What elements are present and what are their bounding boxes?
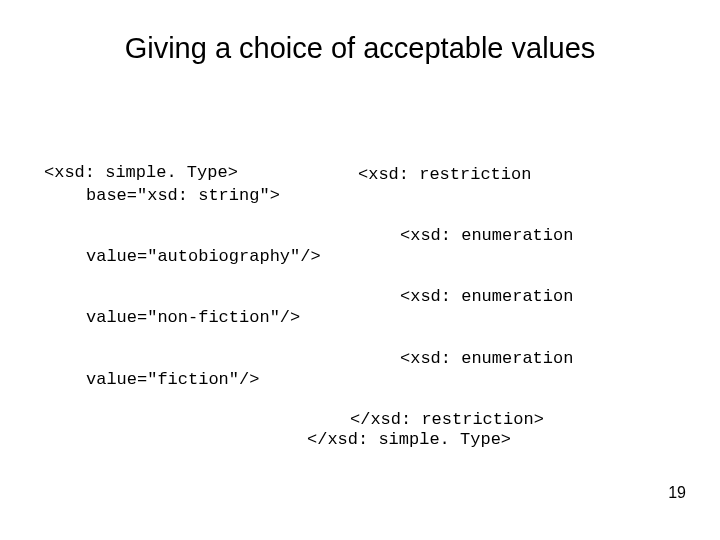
code-line: <xsd: enumeration [400, 287, 573, 306]
page-number: 19 [668, 484, 686, 502]
code-line: <xsd: restriction [358, 165, 531, 184]
code-line: <xsd: simple. Type> [44, 163, 238, 183]
code-line: </xsd: restriction> [350, 410, 544, 429]
code-line: value="non-fiction"/> [86, 308, 300, 327]
code-line: value="autobiography"/> [86, 247, 321, 266]
code-line: <xsd: enumeration [400, 349, 573, 368]
slide-title: Giving a choice of acceptable values [0, 32, 720, 65]
code-line: base="xsd: string"> [86, 186, 280, 205]
code-line: <xsd: enumeration [400, 226, 573, 245]
code-line: value="fiction"/> [86, 370, 259, 389]
code-line: </xsd: simple. Type> [307, 430, 511, 449]
